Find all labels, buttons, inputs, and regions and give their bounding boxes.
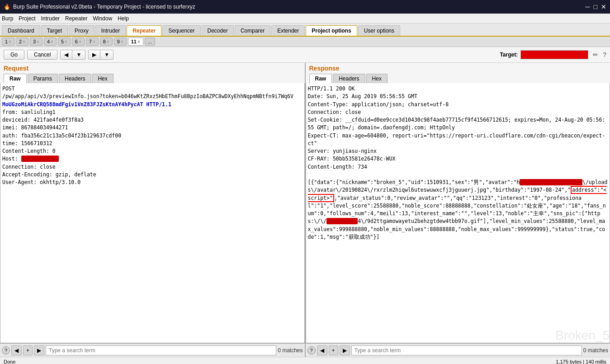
- request-search-input[interactable]: [46, 345, 276, 355]
- menu-intruder[interactable]: Intruder: [41, 15, 60, 22]
- tab-target[interactable]: Target: [41, 25, 68, 36]
- tab-intruder[interactable]: Intruder: [95, 25, 126, 36]
- response-header: Response Raw Headers Hex: [306, 63, 610, 83]
- response-search-help[interactable]: ?: [307, 346, 316, 355]
- cancel-button[interactable]: Cancel: [27, 50, 57, 60]
- req-tab-1[interactable]: 1 ×: [2, 38, 14, 46]
- request-title: Request: [4, 65, 301, 72]
- req-tab-8[interactable]: 8 ×: [100, 38, 113, 46]
- response-tab-headers[interactable]: Headers: [333, 74, 365, 83]
- req-tab-11[interactable]: 11 ×: [128, 38, 143, 46]
- maximize-button[interactable]: □: [594, 3, 597, 10]
- tab-extender[interactable]: Extender: [271, 25, 305, 36]
- status-left: Done: [4, 359, 15, 364]
- watermark: Broken_5: [555, 328, 610, 343]
- target-input[interactable]: [520, 50, 588, 59]
- request-search-next-plus[interactable]: +: [23, 345, 33, 355]
- request-content: POST /pw/app/api/v3/previewInfo.json?tok…: [2, 85, 303, 186]
- request-search-next[interactable]: ▶: [34, 345, 44, 355]
- tab-comparer[interactable]: Comparer: [235, 25, 270, 36]
- response-matches: 0 matches: [583, 347, 608, 354]
- response-tab-raw[interactable]: Raw: [309, 74, 332, 83]
- edit-target-icon[interactable]: ✏: [593, 51, 598, 58]
- fwd-nav-group: ▶ ▼: [88, 50, 113, 60]
- tab-sequencer[interactable]: Sequencer: [162, 25, 200, 36]
- request-search-help[interactable]: ?: [2, 346, 10, 355]
- toolbar: Go Cancel ◀ ▼ ▶ ▼ Target: ✏ ?: [0, 47, 610, 63]
- response-body[interactable]: HTTP/1.1 200 OK Date: Sun, 25 Aug 2019 0…: [306, 83, 610, 343]
- tab-dashboard[interactable]: Dashboard: [2, 25, 40, 36]
- response-search-next[interactable]: ▶: [340, 345, 350, 355]
- request-panel-tabs: Raw Params Headers Hex: [4, 74, 301, 83]
- forward-dropdown[interactable]: ▼: [100, 50, 113, 60]
- menu-help[interactable]: Help: [118, 15, 129, 22]
- req-tab-5[interactable]: 5 ×: [58, 38, 71, 46]
- app-title: Burp Suite Professional v2.0beta - Tempo…: [13, 4, 195, 10]
- title-bar: 🔥 Burp Suite Professional v2.0beta - Tem…: [0, 0, 610, 14]
- close-button[interactable]: ✕: [601, 3, 606, 10]
- request-panel: Request Raw Params Headers Hex POST /pw/…: [0, 63, 306, 357]
- req-tab-3[interactable]: 3 ×: [30, 38, 43, 46]
- request-tabs-row: 1 × 2 × 3 × 4 × 5 × 6 × 7 × 8 × 9 × 11 ×…: [0, 37, 610, 47]
- tab-user-options[interactable]: User options: [358, 25, 400, 36]
- req-tab-7[interactable]: 7 ×: [86, 38, 99, 46]
- response-tab-hex[interactable]: Hex: [366, 74, 388, 83]
- main-tabs: Dashboard Target Proxy Intruder Repeater…: [0, 24, 610, 37]
- req-tab-2[interactable]: 2 ×: [16, 38, 28, 46]
- menu-window[interactable]: Window: [93, 15, 112, 22]
- request-header: Request Raw Params Headers Hex: [0, 63, 305, 83]
- request-search-bar: ? ◀ + ▶ 0 matches: [0, 343, 305, 357]
- menu-burp[interactable]: Burp: [2, 15, 13, 22]
- response-search-prev[interactable]: ◀: [317, 345, 327, 355]
- status-bar: Done 1,175 bytes | 140 millis: [0, 357, 610, 364]
- back-button[interactable]: ◀: [60, 50, 72, 60]
- response-search-bar: ? ◀ + ▶ 0 matches: [306, 343, 610, 357]
- tab-project-options[interactable]: Project options: [306, 25, 357, 36]
- go-button[interactable]: Go: [4, 50, 24, 60]
- response-panel: Response Raw Headers Hex HTTP/1.1 200 OK…: [306, 63, 610, 357]
- tab-proxy[interactable]: Proxy: [69, 25, 95, 36]
- forward-button[interactable]: ▶: [88, 50, 100, 60]
- back-nav-group: ◀ ▼: [60, 50, 85, 60]
- menu-bar: Burp Project Intruder Repeater Window He…: [0, 14, 610, 24]
- response-panel-tabs: Raw Headers Hex: [309, 74, 607, 83]
- menu-project[interactable]: Project: [19, 15, 35, 22]
- target-label: Target:: [500, 52, 518, 58]
- minimize-button[interactable]: ─: [586, 3, 590, 10]
- request-search-prev[interactable]: ◀: [11, 345, 22, 355]
- req-tab-4[interactable]: 4 ×: [44, 38, 57, 46]
- request-body[interactable]: POST /pw/app/api/v3/previewInfo.json?tok…: [0, 83, 305, 343]
- request-tab-params[interactable]: Params: [28, 74, 58, 83]
- request-tab-hex[interactable]: Hex: [92, 74, 113, 83]
- back-dropdown[interactable]: ▼: [72, 50, 85, 60]
- req-tab-9[interactable]: 9 ×: [114, 38, 127, 46]
- menu-repeater[interactable]: Repeater: [65, 15, 87, 22]
- help-target-icon[interactable]: ?: [603, 51, 606, 58]
- response-content: HTTP/1.1 200 OK Date: Sun, 25 Aug 2019 0…: [308, 85, 608, 241]
- tab-repeater[interactable]: Repeater: [127, 25, 161, 36]
- request-tab-headers[interactable]: Headers: [59, 74, 91, 83]
- request-matches: 0 matches: [278, 347, 303, 354]
- request-tab-raw[interactable]: Raw: [4, 74, 27, 83]
- app-logo: 🔥: [4, 4, 10, 10]
- req-tab-6[interactable]: 6 ×: [72, 38, 85, 46]
- response-search-next-plus[interactable]: +: [329, 345, 338, 355]
- content-area: Request Raw Params Headers Hex POST /pw/…: [0, 63, 610, 357]
- status-right: 1,175 bytes | 140 millis: [556, 359, 606, 364]
- tab-decoder[interactable]: Decoder: [202, 25, 234, 36]
- req-tab-more[interactable]: ...: [145, 38, 155, 46]
- response-title: Response: [309, 65, 607, 72]
- response-search-input[interactable]: [351, 345, 582, 355]
